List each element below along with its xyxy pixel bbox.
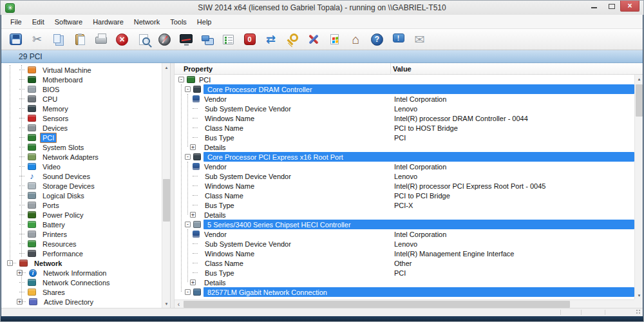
- save-icon[interactable]: [7, 31, 24, 48]
- scrollbar-thumb[interactable]: [636, 84, 643, 117]
- windows-update-icon[interactable]: [326, 31, 343, 48]
- tools-icon[interactable]: [305, 31, 322, 48]
- sidebar-item-memory[interactable]: Memory: [1, 104, 162, 113]
- horizontal-scrollbar[interactable]: ‹ ›: [175, 299, 634, 308]
- property-row-vendor[interactable]: VendorIntel Corporation: [175, 229, 634, 239]
- menu-hardware[interactable]: Hardware: [88, 16, 129, 28]
- sidebar-item-printers[interactable]: Printers: [1, 229, 162, 239]
- sidebar-item-network-information[interactable]: +iNetwork Information: [1, 268, 162, 278]
- property-row-sub-system-device-vendor[interactable]: Sub System Device VendorLenovo: [175, 171, 634, 181]
- sidebar-item-logical-disks[interactable]: Logical Disks: [1, 191, 162, 200]
- sidebar-item-system-slots[interactable]: System Slots: [1, 142, 162, 152]
- details-row[interactable]: +Details: [175, 142, 634, 152]
- feedback-icon[interactable]: !: [390, 31, 407, 48]
- tree-expander[interactable]: +: [190, 279, 196, 285]
- tree-expander[interactable]: -: [185, 289, 191, 295]
- property-row-windows-name[interactable]: Windows NameIntel(R) processor PCI Expre…: [175, 181, 634, 191]
- property-row-class-name[interactable]: Class NameOther: [175, 258, 634, 268]
- scrollbar-thumb[interactable]: [163, 179, 170, 222]
- stop-icon[interactable]: ×: [113, 31, 131, 48]
- scroll-left-icon[interactable]: ‹: [175, 300, 183, 308]
- menu-software[interactable]: Software: [50, 16, 88, 28]
- sidebar-item-network[interactable]: -Network: [1, 258, 162, 268]
- tree-expander[interactable]: -: [178, 77, 184, 82]
- menu-network[interactable]: Network: [129, 16, 165, 28]
- sidebar-item-devices[interactable]: Devices: [1, 123, 162, 133]
- tree-expander[interactable]: +: [190, 144, 196, 150]
- paste-icon[interactable]: [71, 31, 88, 48]
- sidebar-item-pci[interactable]: PCI: [1, 133, 162, 142]
- sidebar-item-cpu[interactable]: CPU: [1, 94, 162, 104]
- power-icon[interactable]: 0: [241, 31, 258, 48]
- sidebar-item-active-directory[interactable]: +Active Directory: [1, 297, 162, 307]
- system-monitor-icon[interactable]: [177, 31, 194, 48]
- menu-tools[interactable]: Tools: [165, 16, 192, 28]
- tree-expander[interactable]: -: [185, 222, 191, 227]
- dashboard-icon[interactable]: [156, 31, 173, 48]
- sidebar-item-motherboard[interactable]: Motherboard: [1, 75, 162, 84]
- sidebar-item-sensors[interactable]: Sensors: [1, 113, 162, 123]
- sidebar-item-network-connections[interactable]: Network Connections: [1, 278, 162, 287]
- column-property[interactable]: Property: [175, 63, 391, 75]
- sidebar-item-performance[interactable]: Performance: [1, 249, 162, 258]
- scrollbar-thumb[interactable]: [184, 301, 570, 308]
- sidebar-item-power-policy[interactable]: Power Policy: [1, 210, 162, 220]
- copy-icon[interactable]: [50, 31, 67, 48]
- details-scrollbar[interactable]: ▲ ▼: [634, 75, 643, 299]
- cut-icon[interactable]: ✂: [28, 31, 46, 48]
- property-row-windows-name[interactable]: Windows NameIntel(R) Management Engine I…: [175, 249, 634, 258]
- close-button[interactable]: ×: [620, 1, 639, 12]
- sidebar-item-bios[interactable]: BIOS: [1, 84, 162, 94]
- sidebar-scrollbar[interactable]: ▲ ▼: [162, 63, 170, 308]
- property-row-bus-type[interactable]: Bus TypePCI: [175, 133, 634, 142]
- report-icon[interactable]: [220, 31, 237, 48]
- tree-item-pci[interactable]: -PCI: [175, 75, 634, 84]
- menu-file[interactable]: File: [5, 16, 27, 28]
- sidebar-item-virtual-machine[interactable]: Virtual Machine: [1, 65, 162, 75]
- scroll-up-icon[interactable]: ▲: [635, 75, 643, 83]
- home-icon[interactable]: ⌂: [347, 31, 365, 48]
- refresh-icon[interactable]: ⇄: [262, 31, 279, 48]
- property-row-class-name[interactable]: Class NamePCI to HOST Bridge: [175, 123, 634, 133]
- sidebar-item-sound-devices[interactable]: ♪Sound Devices: [1, 171, 162, 181]
- property-row-class-name[interactable]: Class NamePCI to PCI Bridge: [175, 191, 634, 200]
- email-icon[interactable]: ✉: [411, 31, 428, 48]
- license-key-icon[interactable]: [283, 31, 301, 48]
- minimize-button[interactable]: [585, 1, 603, 12]
- details-row[interactable]: +Details: [175, 278, 634, 287]
- property-row-bus-type[interactable]: Bus TypePCI-X: [175, 200, 634, 210]
- scroll-down-icon[interactable]: ▼: [635, 291, 643, 299]
- device-header-5-series-3400-series-chipset-heci-controller[interactable]: -5 Series/3400 Series Chipset HECI Contr…: [175, 220, 634, 229]
- scroll-down-icon[interactable]: ▼: [162, 299, 171, 308]
- help-icon[interactable]: ?: [368, 31, 386, 48]
- maximize-button[interactable]: [603, 1, 620, 12]
- search-icon[interactable]: [135, 31, 152, 48]
- tree-expander[interactable]: -: [185, 154, 191, 160]
- details-row[interactable]: +Details: [175, 210, 634, 220]
- column-value[interactable]: Value: [391, 65, 643, 73]
- device-header-core-processor-pci-express-x16-root-port[interactable]: -Core Processor PCI Express x16 Root Por…: [175, 152, 634, 162]
- tree-expander[interactable]: -: [185, 86, 191, 92]
- property-row-sub-system-device-vendor[interactable]: Sub System Device VendorLenovo: [175, 239, 634, 249]
- device-header-82577lm-gigabit-network-connection[interactable]: -82577LM Gigabit Network Connection: [175, 287, 634, 297]
- siw-logo-icon[interactable]: ✳: [5, 3, 15, 13]
- device-header-core-processor-dram-controller[interactable]: -Core Processor DRAM Controller: [175, 84, 634, 94]
- sidebar-item-storage-devices[interactable]: Storage Devices: [1, 181, 162, 191]
- property-row-vendor[interactable]: VendorIntel Corporation: [175, 94, 634, 104]
- tree-expander[interactable]: +: [190, 212, 196, 218]
- scroll-up-icon[interactable]: ▲: [162, 63, 171, 71]
- print-icon[interactable]: [92, 31, 109, 48]
- resize-grip[interactable]: [636, 309, 641, 315]
- sidebar-item-video[interactable]: Video: [1, 162, 162, 171]
- remote-computers-icon[interactable]: [198, 31, 216, 48]
- property-row-vendor[interactable]: VendorIntel Corporation: [175, 162, 634, 171]
- property-row-bus-type[interactable]: Bus TypePCI: [175, 268, 634, 278]
- sidebar-item-network-adapters[interactable]: Network Adapters: [1, 152, 162, 162]
- property-row-windows-name[interactable]: Windows NameIntel(R) processor DRAM Cont…: [175, 113, 634, 123]
- sidebar-item-battery[interactable]: Battery: [1, 220, 162, 229]
- sidebar-item-resources[interactable]: Resources: [1, 239, 162, 249]
- sidebar-item-shares[interactable]: Shares: [1, 287, 162, 297]
- property-row-sub-system-device-vendor[interactable]: Sub System Device VendorLenovo: [175, 104, 634, 113]
- menu-edit[interactable]: Edit: [27, 16, 50, 28]
- menu-help[interactable]: Help: [192, 16, 217, 28]
